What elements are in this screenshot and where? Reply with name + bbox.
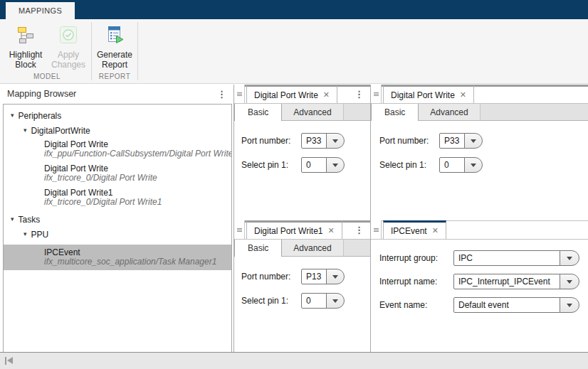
tree-item-digital-port-write-tricore[interactable]: Digital Port Write ifx_tricore_0/Digital… (4, 164, 231, 183)
toolstrip-separator (137, 22, 138, 80)
panel-title: Mapping Browser (7, 89, 76, 99)
chevron-down-icon[interactable]: ▾ (23, 231, 27, 237)
close-icon[interactable]: ✕ (327, 227, 334, 235)
tree-item-label: DigitalPortWrite (31, 126, 90, 136)
toolstrip-separator (91, 22, 92, 80)
select-pin-dropdown[interactable]: 0 (301, 293, 345, 309)
dropdown-button[interactable] (326, 293, 345, 309)
panel-ipcevent: IPCEvent ✕ Interrupt group: IPC Interrup… (371, 220, 588, 352)
select-pin-dropdown[interactable]: 0 (439, 157, 483, 173)
chevron-down-icon[interactable]: ▾ (23, 127, 27, 134)
dropdown-value: 0 (301, 293, 327, 309)
tab-digital-port-write1[interactable]: Digital Port Write1 ✕ (246, 220, 342, 239)
mapping-browser-header: Mapping Browser ⋮ (0, 85, 233, 103)
tab-advanced[interactable]: Advanced (282, 240, 343, 256)
dropdown-button[interactable] (560, 274, 579, 289)
panel-grip-handle[interactable] (371, 220, 382, 239)
event-name-dropdown[interactable]: Default event (453, 297, 579, 313)
panel-content: Port number: P33 Select pin 1: 0 (234, 121, 370, 173)
tab-label: Digital Port Write (391, 90, 455, 100)
tree-item-tasks[interactable]: ▾ Tasks (4, 212, 231, 227)
close-icon[interactable]: ✕ (460, 91, 466, 99)
interrupt-group-dropdown[interactable]: IPC (453, 250, 579, 266)
subtab-bar: Basic Advanced (234, 104, 370, 121)
panel-content: Port number: P33 Select pin 1: 0 (371, 121, 588, 173)
button-label: GenerateReport (97, 50, 132, 70)
mapping-browser-tree: ▾ Peripherals ▾ DigitalPortWrite Digital… (3, 104, 232, 354)
grip-icon (374, 94, 379, 95)
tab-basic[interactable]: Basic (371, 104, 419, 121)
generate-report-button[interactable]: GenerateReport (93, 25, 136, 70)
mappings-window: MAPPINGS HighlightBlock (0, 0, 588, 369)
tree-item-label: Digital Port Write1 (44, 188, 231, 198)
panel-grip-handle[interactable] (234, 220, 245, 239)
tree-item-peripherals[interactable]: ▾ Peripherals (4, 108, 231, 123)
kebab-menu-icon[interactable]: ⋮ (355, 90, 364, 99)
dropdown-button[interactable] (326, 133, 345, 149)
dropdown-button[interactable] (560, 250, 579, 266)
tree-item-ipcevent[interactable]: IPCEvent ifx_multicore_soc_application/T… (4, 245, 231, 270)
apply-changes-button[interactable]: ApplyChanges (47, 25, 90, 70)
document-tab-bar: Digital Port Write ✕ ⋮ (234, 85, 370, 104)
field-label: Interrupt name: (379, 277, 453, 287)
tree-item-path: ifx_tricore_0/Digital Port Write1 (44, 198, 231, 207)
highlight-block-button[interactable]: HighlightBlock (4, 25, 47, 70)
tree-item-digital-port-write-ppu[interactable]: Digital Port Write ifx_ppu/Function-Call… (4, 139, 231, 159)
tree-item-label: Digital Port Write (44, 139, 231, 149)
highlight-block-icon (16, 25, 36, 47)
tab-advanced[interactable]: Advanced (282, 104, 343, 120)
port-number-dropdown[interactable]: P33 (439, 133, 483, 149)
tab-basic[interactable]: Basic (234, 240, 282, 257)
tree-item-label: PPU (31, 230, 49, 240)
tree-item-ppu[interactable]: ▾ PPU (4, 227, 231, 242)
field-label: Select pin 1: (241, 160, 301, 170)
chevron-down-icon[interactable]: ▾ (11, 112, 14, 119)
tab-advanced[interactable]: Advanced (419, 104, 480, 120)
tab-basic[interactable]: Basic (234, 104, 282, 121)
tree-item-path: ifx_ppu/Function-CallSubsystem/Digital P… (44, 149, 231, 159)
tab-ipcevent[interactable]: IPCEvent ✕ (383, 220, 446, 239)
button-label: ApplyChanges (51, 50, 85, 70)
toolstrip-section-label: MODEL (4, 73, 90, 83)
dropdown-button[interactable] (464, 133, 483, 149)
generate-report-icon (105, 25, 125, 47)
tree-item-label: Digital Port Write (44, 164, 231, 173)
panel-grip-handle[interactable] (371, 85, 382, 103)
panel-digital-port-write-1: Digital Port Write ✕ ⋮ Basic Advanced Po… (234, 85, 370, 217)
field-label: Port number: (379, 136, 439, 146)
dropdown-button[interactable] (326, 269, 345, 284)
port-number-dropdown[interactable]: P13 (301, 269, 345, 284)
kebab-menu-icon[interactable]: ⋮ (355, 225, 364, 235)
tab-digital-port-write[interactable]: Digital Port Write ✕ (246, 85, 337, 103)
dropdown-button[interactable] (464, 157, 483, 173)
select-pin-dropdown[interactable]: 0 (301, 157, 345, 173)
panel-grip-handle[interactable] (234, 85, 245, 103)
chevron-down-icon (471, 164, 476, 167)
toolstrip-section-label: REPORT (93, 73, 136, 83)
close-icon[interactable]: ✕ (323, 91, 330, 99)
chevron-down-icon[interactable]: ▾ (11, 216, 14, 223)
tree-item-digital-port-write1[interactable]: Digital Port Write1 ifx_tricore_0/Digita… (4, 188, 231, 207)
tab-mappings[interactable]: MAPPINGS (6, 2, 75, 19)
close-icon[interactable]: ✕ (432, 227, 439, 235)
dropdown-button[interactable] (326, 157, 345, 173)
tree-item-digitalportwrite[interactable]: ▾ DigitalPortWrite (4, 123, 231, 138)
apply-changes-icon (58, 25, 78, 47)
kebab-menu-icon[interactable]: ⋮ (217, 90, 226, 99)
interrupt-name-dropdown[interactable]: IPC_Interrupt_IPCEvent (453, 274, 579, 289)
tab-digital-port-write[interactable]: Digital Port Write ✕ (383, 85, 474, 103)
port-number-dropdown[interactable]: P33 (301, 133, 345, 149)
tree-item-label: Peripherals (19, 111, 62, 121)
field-label: Interrupt group: (379, 253, 453, 263)
panel-digital-port-write-2: Digital Port Write ✕ Basic Advanced Port… (371, 85, 588, 217)
tab-label: Digital Port Write1 (254, 226, 322, 236)
status-bar (0, 352, 588, 369)
dropdown-value: P13 (301, 269, 327, 284)
tab-label: Digital Port Write (254, 90, 318, 100)
chevron-down-icon (567, 304, 572, 307)
grip-icon (374, 230, 379, 230)
dropdown-button[interactable] (560, 297, 579, 313)
collapse-left-icon[interactable] (5, 357, 14, 365)
field-label: Port number: (241, 136, 301, 146)
document-tab-bar: IPCEvent ✕ (371, 220, 588, 240)
